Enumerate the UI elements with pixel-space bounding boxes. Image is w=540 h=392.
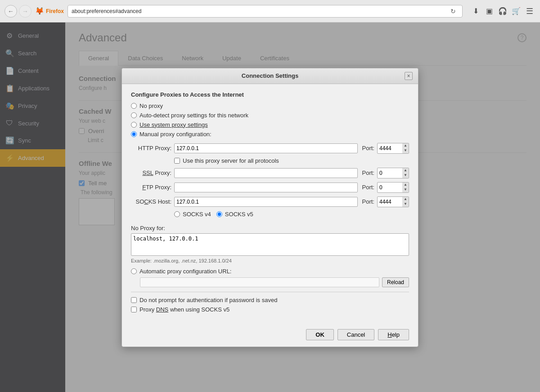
no-proxy-textarea[interactable]: localhost, 127.0.0.1	[131, 233, 409, 256]
proxy-dns-checkbox[interactable]	[131, 307, 137, 312]
http-port-label: Port:	[362, 145, 374, 151]
http-port-spinner: ▲ ▼	[402, 143, 409, 153]
help-button[interactable]: Help	[378, 329, 409, 340]
ssl-port-wrap: ▲ ▼	[377, 168, 409, 178]
reload-button[interactable]: Reload	[382, 277, 409, 287]
address-text: about:preferences#advanced	[72, 8, 448, 14]
dialog-body: Configure Proxies to Access the Internet…	[122, 84, 418, 325]
ok-button[interactable]: OK	[306, 329, 334, 340]
configure-proxies-title: Configure Proxies to Access the Internet	[131, 91, 409, 98]
no-proxy-radio-label[interactable]: No proxy	[140, 102, 163, 109]
manual-proxy-radio-label[interactable]: Manual proxy configuration:	[140, 131, 212, 138]
no-proxy-for-label: No Proxy for:	[131, 225, 409, 232]
socks-v5-label[interactable]: SOCKS v5	[225, 211, 253, 218]
proxy-dns-row: Proxy DNS when using SOCKS v5	[131, 306, 409, 313]
use-for-all-checkbox[interactable]	[174, 158, 180, 164]
auto-config-label[interactable]: Automatic proxy configuration URL:	[140, 268, 231, 275]
socks-v4-radio[interactable]	[174, 211, 180, 217]
auto-config-url-input[interactable]	[140, 277, 379, 287]
firefox-name: Firefox	[46, 8, 64, 14]
ftp-proxy-input[interactable]	[174, 183, 358, 192]
proxy-fields: HTTP Proxy: Port: ▲ ▼	[131, 143, 409, 220]
socks-host-row: SOCKS Host: Port: ▲ ▼	[131, 196, 409, 207]
http-port-down[interactable]: ▼	[402, 148, 409, 153]
socks-port-label: Port:	[362, 198, 374, 205]
ssl-port-up[interactable]: ▲	[402, 168, 409, 173]
ftp-port-wrap: ▲ ▼	[377, 182, 409, 193]
firefox-icon: 🦊	[35, 7, 44, 15]
menu-icon[interactable]: ☰	[524, 5, 536, 17]
cancel-button[interactable]: Cancel	[338, 329, 374, 340]
proxy-dns-label[interactable]: Proxy DNS when using SOCKS v5	[140, 306, 230, 313]
dialog-header: Connection Settings ×	[122, 68, 418, 84]
http-proxy-row: HTTP Proxy: Port: ▲ ▼	[131, 143, 409, 154]
socks-port-spinner: ▲ ▼	[402, 197, 409, 207]
no-proxy-radio[interactable]	[131, 103, 137, 109]
no-proxy-row: No proxy	[131, 102, 409, 109]
socks-v5-row: SOCKS v5	[216, 211, 253, 218]
ftp-port-up[interactable]: ▲	[402, 183, 409, 187]
socks-v4-label[interactable]: SOCKS v4	[183, 211, 211, 218]
ssl-proxy-input[interactable]	[174, 168, 358, 178]
ftp-port-down[interactable]: ▼	[402, 187, 409, 192]
http-proxy-label: HTTP Proxy:	[131, 145, 171, 151]
firefox-logo: 🦊 about:preferences#advanced Firefox	[35, 7, 64, 15]
auto-config-radio[interactable]	[131, 268, 137, 274]
ftp-port-label: Port:	[362, 184, 374, 191]
ssl-port-label: Port:	[362, 169, 374, 176]
ssl-port-down[interactable]: ▼	[402, 173, 409, 178]
address-bar[interactable]: about:preferences#advanced ↻	[68, 5, 463, 18]
no-auth-checkbox[interactable]	[131, 297, 137, 303]
auto-detect-radio-label[interactable]: Auto-detect proxy settings for this netw…	[140, 112, 248, 119]
cart-icon[interactable]: 🛒	[510, 5, 522, 17]
ftp-proxy-row: FTP Proxy: Port: ▲ ▼	[131, 182, 409, 193]
http-proxy-input[interactable]	[174, 143, 358, 153]
auto-config-input-row: Reload	[140, 277, 409, 287]
ftp-proxy-label: FTP Proxy:	[131, 184, 171, 191]
no-auth-label[interactable]: Do not prompt for authentication if pass…	[140, 297, 277, 303]
back-button[interactable]: ←	[4, 5, 17, 18]
ssl-port-input[interactable]	[378, 168, 402, 178]
ssl-proxy-label: SSL Proxy:	[131, 169, 171, 176]
bottom-checkboxes: Do not prompt for authentication if pass…	[131, 297, 409, 313]
http-port-wrap: ▲ ▼	[377, 143, 409, 154]
proxy-radio-group: No proxy Auto-detect proxy settings for …	[131, 102, 409, 138]
socks-v4-row: SOCKS v4	[174, 211, 211, 218]
connection-settings-dialog: Connection Settings × Configure Proxies …	[122, 68, 418, 347]
http-port-input[interactable]	[378, 143, 402, 153]
no-auth-prompt-row: Do not prompt for authentication if pass…	[131, 297, 409, 303]
dialog-overlay: Connection Settings × Configure Proxies …	[65, 22, 540, 392]
socks-port-down[interactable]: ▼	[402, 202, 409, 207]
system-proxy-radio-label[interactable]: Use system proxy settings	[140, 121, 208, 128]
pocket-icon[interactable]: 🎧	[497, 5, 508, 17]
ssl-port-spinner: ▲ ▼	[402, 168, 409, 178]
use-for-all-row: Use this proxy server for all protocols	[174, 157, 409, 164]
ssl-proxy-row: SSL Proxy: Port: ▲ ▼	[131, 168, 409, 178]
http-port-up[interactable]: ▲	[402, 143, 409, 148]
auto-detect-radio[interactable]	[131, 112, 137, 118]
manual-proxy-radio[interactable]	[131, 131, 137, 137]
system-proxy-row: Use system proxy settings	[131, 121, 409, 128]
system-proxy-radio[interactable]	[131, 122, 137, 128]
download-icon[interactable]: ⬇	[470, 5, 482, 17]
tab-icon[interactable]: ▣	[483, 5, 495, 17]
dialog-title: Connection Settings	[135, 72, 405, 79]
refresh-button[interactable]: ↻	[448, 6, 459, 17]
socks-v5-radio[interactable]	[216, 211, 222, 217]
socks-host-input[interactable]	[174, 197, 358, 207]
no-proxy-example: Example: .mozilla.org, .net.nz, 192.168.…	[131, 258, 409, 263]
socks-host-label: SOCKS Host:	[131, 198, 171, 205]
manual-proxy-row: Manual proxy configuration:	[131, 131, 409, 138]
forward-button[interactable]: →	[19, 5, 32, 18]
dialog-footer: OK Cancel Help	[122, 325, 418, 347]
content-area: Advanced ? General Data Choices Network …	[65, 22, 540, 392]
socks-port-up[interactable]: ▲	[402, 197, 409, 202]
main-container: ⚙ General 🔍 Search 📄 Content 📋 Applicati…	[0, 22, 540, 392]
socks-port-input[interactable]	[378, 197, 402, 207]
dialog-close-button[interactable]: ×	[405, 72, 413, 80]
browser-chrome: ← → 🦊 about:preferences#advanced Firefox…	[0, 0, 540, 22]
ftp-port-spinner: ▲ ▼	[402, 183, 409, 192]
ftp-port-input[interactable]	[378, 183, 402, 192]
use-for-all-label[interactable]: Use this proxy server for all protocols	[183, 157, 279, 164]
auto-config-row: Automatic proxy configuration URL:	[131, 268, 409, 275]
